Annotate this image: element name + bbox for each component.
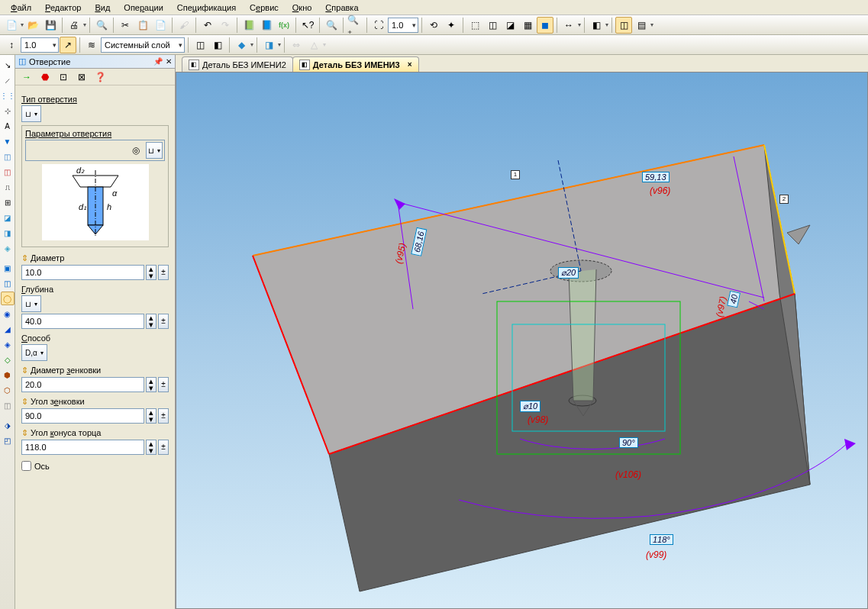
- depth-input[interactable]: [21, 314, 144, 329]
- hidden-icon[interactable]: ◫: [484, 17, 501, 34]
- paste-icon[interactable]: 📄: [152, 17, 169, 34]
- axis-checkbox[interactable]: [21, 461, 31, 471]
- tool-cube-icon[interactable]: ◈: [1, 241, 15, 255]
- tool-op4-icon[interactable]: ◢: [1, 322, 15, 336]
- pin-icon[interactable]: 📌: [153, 57, 163, 66]
- save-icon[interactable]: 💾: [42, 17, 59, 34]
- diameter-spin[interactable]: ▴▾: [146, 265, 156, 280]
- csk-ang-input[interactable]: [21, 408, 144, 424]
- tool-dots-icon[interactable]: ⋮⋮: [1, 89, 15, 102]
- zoomwin-icon[interactable]: 🔍: [323, 17, 340, 34]
- plane1-icon[interactable]: ◆: [233, 37, 250, 53]
- diameter-input[interactable]: [21, 265, 144, 280]
- dim1-icon[interactable]: ⇔: [288, 37, 305, 53]
- library-icon[interactable]: 📗: [240, 17, 257, 34]
- ucs2-icon[interactable]: ◧: [209, 37, 226, 53]
- tab-1[interactable]: ◧ Деталь БЕЗ ИМЕНИ3 ×: [292, 56, 419, 72]
- tool-filter-icon[interactable]: ▼: [1, 134, 15, 148]
- tool-curve-icon[interactable]: ⟋: [1, 73, 15, 87]
- tool-op2-icon[interactable]: ◫: [1, 276, 15, 290]
- plane2-icon[interactable]: ◨: [260, 37, 277, 53]
- tool-hole-icon[interactable]: ◯: [1, 292, 15, 305]
- tool-op6-icon[interactable]: ◇: [1, 353, 15, 366]
- csk-dia-input[interactable]: [21, 377, 144, 392]
- help2-icon[interactable]: ❓: [92, 69, 108, 85]
- zoomfit-icon[interactable]: ⛶: [370, 17, 387, 34]
- solid-icon[interactable]: ◼: [537, 17, 553, 34]
- close-panel-icon[interactable]: ✕: [166, 57, 172, 66]
- brush-icon[interactable]: 🖌: [176, 17, 192, 34]
- mode2-icon[interactable]: ▤: [633, 17, 650, 34]
- copy-icon[interactable]: 📋: [134, 17, 151, 34]
- fx-icon[interactable]: f(x): [276, 17, 292, 34]
- csk-dia-pm[interactable]: ±: [158, 377, 169, 392]
- menu-help[interactable]: Справка: [319, 2, 364, 13]
- tool-arrow-icon[interactable]: ↘: [1, 58, 15, 72]
- canvas-3d[interactable]: 1 2 59,13 (v96) 68,16 (v95) 40 (v97) ⌀20…: [176, 72, 868, 609]
- tool-op3-icon[interactable]: ◉: [1, 307, 15, 321]
- tool-op9-icon[interactable]: ◫: [1, 398, 15, 412]
- method-dropdown[interactable]: D,α: [21, 344, 47, 361]
- zoom-combo[interactable]: 1.0: [388, 18, 418, 33]
- pt1-icon[interactable]: ⊡: [55, 69, 72, 85]
- menu-file[interactable]: Файл: [5, 2, 37, 13]
- layer-combo[interactable]: Системный слой: [101, 37, 185, 53]
- menu-specification[interactable]: Спецификация: [171, 2, 242, 13]
- thickness-combo[interactable]: 1.0: [21, 37, 59, 53]
- tool-shell-icon[interactable]: ◰: [1, 433, 15, 447]
- menu-view[interactable]: Вид: [89, 2, 116, 13]
- help-icon[interactable]: ↖?: [299, 17, 316, 34]
- cone-ang-pm[interactable]: ±: [158, 440, 169, 455]
- tab-close-icon[interactable]: ×: [408, 60, 412, 69]
- mode1-icon[interactable]: ◫: [615, 17, 632, 34]
- undo-icon[interactable]: ↶: [199, 17, 216, 34]
- tool-box1-icon[interactable]: ◫: [1, 150, 15, 163]
- library2-icon[interactable]: 📘: [258, 17, 275, 34]
- dim2-icon[interactable]: △: [305, 37, 322, 53]
- tool-op8-icon[interactable]: ⬡: [1, 383, 15, 397]
- zoomin-icon[interactable]: 🔍₊: [347, 17, 363, 34]
- menu-window[interactable]: Окно: [286, 2, 318, 13]
- redo-icon[interactable]: ↷: [217, 17, 234, 34]
- rotate-icon[interactable]: ⟲: [425, 17, 442, 34]
- shaded-icon[interactable]: ◪: [502, 17, 518, 34]
- pt2-icon[interactable]: ⊠: [73, 69, 90, 85]
- cone-ang-spin[interactable]: ▴▾: [146, 440, 156, 455]
- line-icon[interactable]: ↕: [3, 37, 20, 53]
- preview-icon[interactable]: 🔍: [93, 17, 110, 34]
- tool-comp-icon[interactable]: ⊞: [1, 195, 15, 209]
- thread-icon[interactable]: ◎: [127, 142, 144, 159]
- wireframe-icon[interactable]: ⬚: [466, 17, 483, 34]
- perspective-icon[interactable]: ▦: [519, 17, 536, 34]
- tool-path-icon[interactable]: ⎍: [1, 180, 15, 194]
- menu-operations[interactable]: Операции: [118, 2, 169, 13]
- tool-face-icon[interactable]: ◨: [1, 226, 15, 240]
- cut-icon[interactable]: ✂: [117, 17, 134, 34]
- csk-ang-spin[interactable]: ▴▾: [146, 408, 156, 424]
- stop-icon[interactable]: ⬣: [37, 69, 53, 85]
- tool-op1-icon[interactable]: ▣: [1, 261, 15, 275]
- depth-pm[interactable]: ±: [158, 314, 169, 329]
- diameter-pm[interactable]: ±: [158, 265, 169, 280]
- csk-dia-spin[interactable]: ▴▾: [146, 377, 156, 392]
- ucs1-icon[interactable]: ◫: [192, 37, 208, 53]
- tool-mate-icon[interactable]: ⬗: [1, 418, 15, 432]
- new-icon[interactable]: 📄: [3, 17, 20, 34]
- axes-icon[interactable]: ✦: [443, 17, 460, 34]
- section-icon[interactable]: ◧: [588, 17, 605, 34]
- open-icon[interactable]: 📂: [24, 17, 41, 34]
- end-type-dropdown[interactable]: ⊔: [146, 142, 163, 159]
- menu-service[interactable]: Сервис: [244, 2, 285, 13]
- tool-op5-icon[interactable]: ◈: [1, 337, 15, 351]
- menu-editor[interactable]: Редактор: [39, 2, 87, 13]
- tool-body-icon[interactable]: ◪: [1, 211, 15, 224]
- cone-ang-input[interactable]: [21, 440, 144, 455]
- depth-spin[interactable]: ▴▾: [146, 314, 156, 329]
- measure1-icon[interactable]: ↔: [560, 17, 577, 34]
- depth-type-dropdown[interactable]: ⊔: [21, 295, 41, 312]
- ok-arrow-icon[interactable]: →: [18, 69, 35, 85]
- tab-0[interactable]: ◧ Деталь БЕЗ ИМЕНИ2: [182, 56, 293, 72]
- csk-ang-pm[interactable]: ±: [158, 408, 169, 424]
- style-icon[interactable]: ↗: [60, 37, 76, 53]
- tool-tree-icon[interactable]: ⊹: [1, 104, 15, 118]
